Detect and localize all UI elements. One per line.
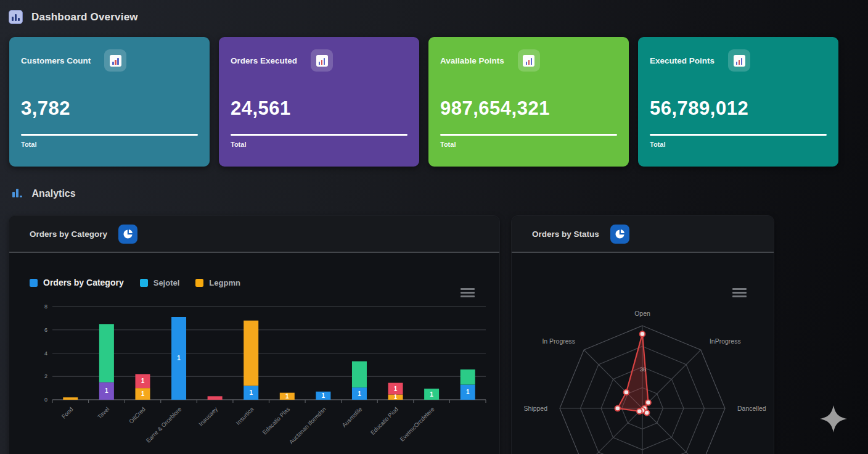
page-title: Dashboard Overview (31, 11, 138, 23)
legend-swatch (140, 279, 148, 287)
svg-text:Tavel: Tavel (96, 406, 110, 420)
stat-card-customers-count[interactable]: Customers Count 3,782 Total (9, 37, 210, 167)
svg-text:Edacatio Plas: Edacatio Plas (261, 405, 291, 435)
dashboard-icon (9, 10, 23, 24)
svg-text:Dancelled: Dancelled (737, 405, 766, 412)
pie-chart-toggle-button[interactable] (118, 225, 137, 244)
divider (21, 134, 198, 136)
stat-card-value: 56,789,012 (650, 97, 827, 120)
chart-badge-icon (311, 49, 333, 72)
stat-card-footer: Total (21, 141, 198, 148)
svg-text:36: 36 (640, 366, 647, 373)
chart-badge-icon (728, 49, 750, 72)
analytics-header: Analytics (12, 188, 76, 199)
divider (231, 134, 407, 136)
svg-text:Shipped: Shipped (523, 405, 547, 412)
legend-label: Orders by Category (43, 278, 124, 287)
divider (440, 134, 617, 136)
stat-card-orders-executed[interactable]: Orders Executed 24,561 Total (219, 37, 419, 167)
stat-card-footer: Total (440, 141, 617, 148)
svg-text:Ausmstile: Ausmstile (340, 406, 363, 429)
stacked-bar-chart: 02468Food1Tavel11OitCred1Earre & Orceblo… (9, 296, 499, 454)
stat-card-label: Orders Executed (231, 56, 297, 65)
svg-text:1: 1 (141, 390, 145, 397)
svg-text:Inausaey: Inausaey (197, 405, 219, 427)
svg-text:Educatio Piud: Educatio Piud (369, 406, 399, 436)
legend-label: Sejotel (154, 278, 180, 287)
svg-text:1: 1 (285, 393, 289, 400)
chart-badge-icon (104, 49, 126, 72)
svg-text:1: 1 (394, 394, 398, 400)
orders-by-category-card: Orders by Category Orders by Category Se… (9, 216, 499, 454)
sparkle-assistant-button[interactable] (817, 403, 850, 435)
svg-text:Insurtica: Insurtica (234, 405, 255, 426)
chart-badge-icon (518, 49, 540, 72)
svg-text:1: 1 (177, 355, 181, 361)
pie-chart-icon (123, 229, 133, 239)
legend-swatch (30, 279, 38, 287)
svg-text:1: 1 (394, 386, 398, 392)
legend-label: Legpmn (209, 278, 240, 287)
svg-text:Open: Open (634, 310, 650, 317)
stat-card-executed-points[interactable]: Executed Points 56,789,012 Total (638, 37, 838, 167)
svg-text:In Progress: In Progress (542, 337, 575, 345)
svg-text:1: 1 (466, 389, 470, 395)
pie-chart-toggle-button[interactable] (610, 225, 629, 244)
svg-text:Auctanan Iformdsn: Auctanan Iformdsn (288, 406, 327, 445)
card-header: Orders by Category (9, 216, 499, 253)
svg-text:1: 1 (322, 392, 326, 399)
svg-text:1: 1 (358, 390, 361, 397)
svg-text:OitCred: OitCred (128, 406, 147, 425)
svg-text:InProgress: InProgress (710, 337, 741, 345)
stat-card-value: 987,654,321 (440, 97, 617, 120)
svg-text:1: 1 (430, 391, 433, 398)
svg-text:Earre & Orceblore: Earre & Orceblore (145, 406, 183, 444)
stat-card-footer: Total (231, 141, 407, 148)
legend-item[interactable]: Sejotel (140, 278, 180, 287)
analytics-title: Analytics (32, 188, 76, 199)
svg-text:0: 0 (44, 397, 47, 403)
card-title: Orders by Category (30, 229, 107, 239)
bar-chart-icon (12, 189, 22, 199)
page-header: Dashboard Overview (9, 10, 138, 24)
stat-card-available-points[interactable]: Available Points 987,654,321 Total (428, 37, 629, 167)
svg-text:1: 1 (249, 389, 253, 396)
svg-text:6: 6 (44, 327, 47, 333)
pie-chart-icon (615, 229, 625, 239)
sparkle-icon (819, 404, 848, 434)
svg-text:4: 4 (44, 350, 47, 357)
legend-item[interactable]: Legpmn (195, 278, 240, 287)
radar-chart: 36OpenInProgressDancelledShippedIn Progr… (512, 253, 774, 454)
stat-card-label: Executed Points (650, 56, 714, 65)
stat-card-value: 3,782 (21, 97, 198, 120)
card-header: Orders by Status (512, 216, 774, 253)
stat-card-footer: Total (650, 141, 827, 148)
svg-text:1: 1 (105, 387, 108, 394)
stat-card-label: Customers Count (21, 56, 91, 65)
orders-by-status-card: Orders by Status 36OpenInProgressDancell… (512, 216, 774, 454)
stat-card-value: 24,561 (231, 97, 407, 120)
card-title: Orders by Status (532, 229, 599, 239)
svg-text:8: 8 (44, 303, 47, 310)
chart-legend: Orders by Category Sejotel Legpmn (30, 278, 240, 287)
stat-card-label: Available Points (440, 56, 504, 65)
svg-text:EvetmcOrcdetere: EvetmcOrcdetere (398, 406, 435, 443)
legend-item[interactable]: Orders by Category (30, 278, 124, 287)
svg-text:Food: Food (60, 406, 75, 420)
svg-text:2: 2 (44, 373, 47, 379)
divider (650, 134, 827, 136)
svg-text:1: 1 (141, 378, 145, 384)
legend-swatch (195, 279, 203, 287)
